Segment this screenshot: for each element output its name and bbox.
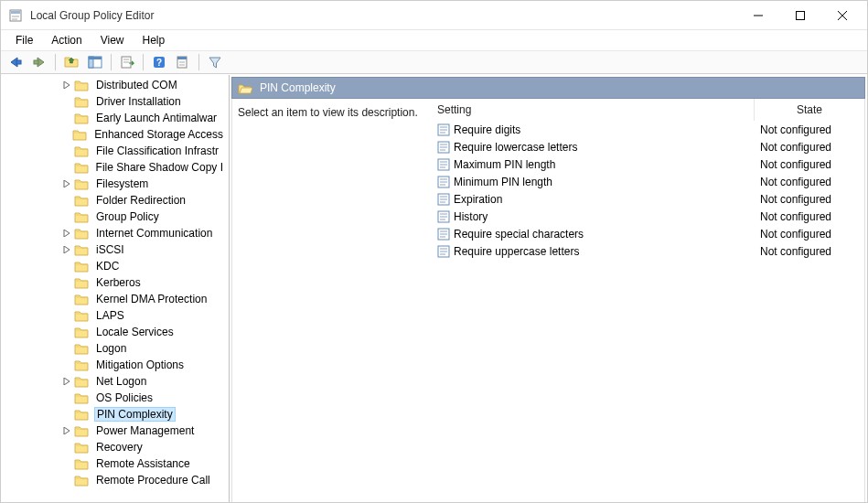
folder-icon [74, 309, 89, 322]
tree-item[interactable]: OS Policies [1, 390, 229, 406]
folder-icon [74, 424, 89, 437]
tree-item-label: Early Launch Antimalwar [94, 112, 219, 124]
help-button[interactable]: ? [148, 52, 170, 72]
menu-help[interactable]: Help [134, 32, 175, 48]
tree-item[interactable]: Locale Services [1, 324, 229, 340]
setting-name: Maximum PIN length [454, 158, 555, 171]
svg-text:?: ? [156, 58, 162, 68]
back-button[interactable] [5, 52, 27, 72]
tree-item[interactable]: Recovery [1, 439, 229, 455]
setting-name: Require uppercase letters [454, 245, 579, 258]
tree-item-label: Remote Assistance [94, 457, 192, 470]
expander-icon[interactable] [61, 244, 72, 255]
policy-setting-icon [437, 193, 450, 206]
tree-item[interactable]: Internet Communication [1, 225, 229, 241]
list-row[interactable]: ExpirationNot configured [434, 190, 864, 208]
folder-icon [74, 79, 89, 91]
tree-item[interactable]: Power Management [1, 423, 229, 439]
setting-name: Expiration [454, 193, 502, 206]
tree-pane[interactable]: Distributed COMDriver InstallationEarly … [1, 75, 230, 502]
main-area: Distributed COMDriver InstallationEarly … [1, 74, 867, 502]
tree-item[interactable]: Early Launch Antimalwar [1, 110, 229, 126]
export-list-button[interactable] [116, 52, 138, 72]
tree-item-label: Locale Services [94, 326, 176, 338]
properties-button[interactable] [172, 52, 194, 72]
toolbar-separator [111, 54, 112, 70]
expander-icon[interactable] [61, 178, 72, 189]
tree-item[interactable]: Logon [1, 340, 229, 357]
tree-item[interactable]: Remote Procedure Call [1, 472, 229, 488]
tree-item-label: Driver Installation [94, 95, 183, 108]
expander-icon[interactable] [61, 376, 72, 387]
list-row[interactable]: Require special charactersNot configured [434, 225, 864, 242]
tree-item[interactable]: Distributed COM [1, 77, 229, 93]
menu-action[interactable]: Action [42, 32, 91, 48]
tree-item[interactable]: PIN Complexity [1, 406, 229, 423]
setting-state: Not configured [755, 141, 864, 154]
tree-item[interactable]: LAPS [1, 307, 229, 324]
folder-icon [74, 194, 89, 207]
tree-item[interactable]: Enhanced Storage Access [1, 126, 229, 143]
folder-icon [74, 177, 89, 190]
column-header-state[interactable]: State [755, 99, 864, 121]
expander-icon[interactable] [61, 425, 72, 436]
folder-icon [74, 161, 89, 174]
tree-item-label: Distributed COM [94, 79, 179, 91]
tree-item-label: Recovery [94, 441, 145, 454]
setting-state: Not configured [755, 158, 864, 171]
close-button[interactable] [821, 1, 863, 29]
list-row[interactable]: Require digitsNot configured [434, 121, 864, 138]
setting-state: Not configured [755, 228, 864, 241]
list-row[interactable]: Require lowercase lettersNot configured [434, 138, 864, 155]
list-row[interactable]: Minimum PIN lengthNot configured [434, 173, 864, 190]
tree-item[interactable]: Folder Redirection [1, 192, 229, 209]
show-hide-tree-button[interactable] [84, 52, 106, 72]
folder-icon [72, 128, 87, 141]
tree-item[interactable]: iSCSI [1, 241, 229, 258]
folder-icon [74, 408, 89, 421]
tree-item[interactable]: Kerberos [1, 274, 229, 291]
tree-item[interactable]: Group Policy [1, 209, 229, 225]
tree-item[interactable]: Mitigation Options [1, 357, 229, 373]
folder-icon [74, 95, 89, 108]
setting-state: Not configured [755, 245, 864, 258]
setting-name: History [454, 210, 488, 223]
setting-name: Minimum PIN length [454, 176, 552, 188]
tree-item-label: iSCSI [94, 243, 126, 256]
tree-item[interactable]: Driver Installation [1, 93, 229, 110]
up-button[interactable] [60, 52, 82, 72]
window-title: Local Group Policy Editor [30, 9, 737, 22]
tree-item[interactable]: File Share Shadow Copy I [1, 159, 229, 176]
filter-button[interactable] [204, 52, 226, 72]
tree-item[interactable]: Kernel DMA Protection [1, 291, 229, 307]
tree-item[interactable]: Filesystem [1, 176, 229, 192]
policy-setting-icon [437, 141, 450, 154]
content-header-title: PIN Complexity [260, 81, 336, 94]
expander-icon[interactable] [61, 228, 72, 239]
list-row[interactable]: HistoryNot configured [434, 208, 864, 225]
tree-item[interactable]: Net Logon [1, 373, 229, 390]
folder-icon [74, 359, 89, 371]
tree-item[interactable]: KDC [1, 258, 229, 274]
description-panel: Select an item to view its description. [232, 99, 434, 502]
policy-setting-icon [437, 228, 450, 241]
list-row[interactable]: Require uppercase lettersNot configured [434, 242, 864, 260]
minimize-button[interactable] [737, 1, 779, 29]
tree-item-label: File Classification Infrastr [94, 144, 220, 157]
svg-rect-16 [89, 57, 102, 59]
tree-item[interactable]: Remote Assistance [1, 455, 229, 472]
menu-view[interactable]: View [91, 32, 134, 48]
tree-item-label: KDC [94, 260, 121, 273]
forward-button[interactable] [28, 52, 50, 72]
menu-file[interactable]: File [6, 32, 42, 48]
tree-item-label: File Share Shadow Copy I [94, 161, 225, 174]
tree-item-label: Power Management [94, 424, 196, 437]
list-row[interactable]: Maximum PIN lengthNot configured [434, 155, 864, 173]
maximize-button[interactable] [779, 1, 821, 29]
svg-rect-23 [177, 57, 187, 59]
column-header-setting[interactable]: Setting [434, 99, 755, 121]
expander-icon[interactable] [61, 80, 72, 91]
tree-item-label: Mitigation Options [94, 359, 186, 371]
tree-item[interactable]: File Classification Infrastr [1, 143, 229, 159]
tree-item-label: OS Policies [94, 391, 155, 404]
